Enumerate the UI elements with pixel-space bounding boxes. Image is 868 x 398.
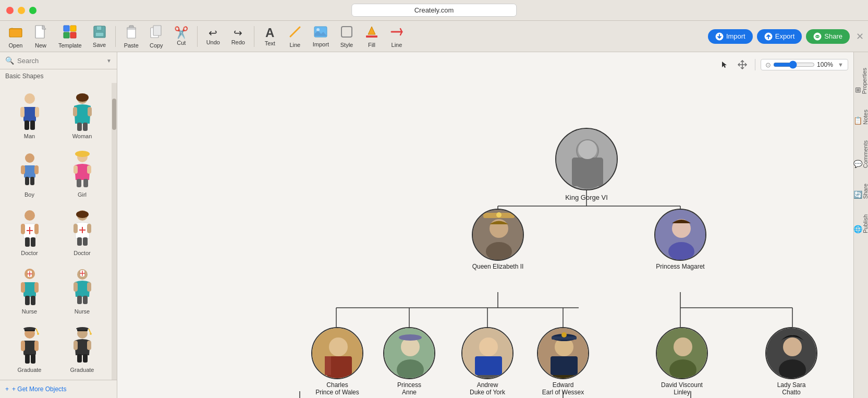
woman-figure	[65, 91, 100, 133]
person-queen-elizabeth[interactable]: Queen Elizabeth II	[472, 209, 524, 270]
export-button[interactable]: Export	[757, 29, 802, 44]
style-label: Style	[340, 42, 353, 48]
undo-label: Undo	[206, 39, 220, 45]
new-label: New	[35, 42, 46, 49]
svg-rect-153	[475, 356, 502, 375]
svg-rect-32	[73, 107, 77, 116]
template-button[interactable]: Template	[54, 22, 86, 51]
svg-point-151	[479, 337, 498, 356]
import-button[interactable]: Import	[708, 29, 753, 44]
right-tab-share[interactable]: 🔄 Share	[851, 176, 868, 206]
person-edward[interactable]: EdwardEarl of Wessex	[537, 327, 589, 396]
text-button[interactable]: A Text	[259, 25, 282, 49]
person-anne[interactable]: PrincessAnne	[383, 327, 435, 396]
person-charles[interactable]: CharlesPrince of Wales	[311, 327, 363, 396]
svg-rect-86	[25, 354, 30, 364]
fill-button[interactable]: Fill	[360, 23, 383, 50]
fill-icon	[365, 25, 378, 41]
export-label: Export	[775, 32, 795, 40]
url-bar[interactable]: Creately.com	[351, 4, 517, 17]
svg-rect-61	[83, 237, 88, 246]
toolbar-close-button[interactable]: ✕	[856, 31, 864, 42]
svg-point-140	[668, 242, 694, 261]
copy-button[interactable]: Copy	[145, 22, 168, 51]
shape-boy[interactable]: Boy	[4, 146, 55, 202]
right-tab-properties[interactable]: ⊞ Properties	[853, 61, 869, 101]
edward-name: EdwardEarl of Wessex	[542, 381, 584, 396]
shape-nurse-female[interactable]: Nurse	[57, 262, 107, 319]
svg-rect-70	[31, 296, 35, 305]
grad-female-figure	[65, 325, 100, 367]
search-input[interactable]	[17, 57, 103, 65]
nurse-male-figure	[12, 267, 47, 308]
redo-button[interactable]: ↪ Redo	[227, 26, 250, 47]
doctor-female-label: Doctor	[74, 250, 90, 256]
pan-tool[interactable]	[735, 57, 750, 72]
save-icon	[93, 25, 106, 41]
get-more-objects[interactable]: + + Get More Objects	[0, 380, 117, 398]
doctor-male-figure	[12, 208, 47, 250]
save-label: Save	[93, 42, 106, 48]
zoom-slider[interactable]	[773, 61, 815, 69]
window-controls[interactable]	[6, 7, 36, 14]
open-icon	[8, 25, 23, 41]
girl-figure	[65, 150, 100, 191]
svg-point-149	[399, 334, 422, 341]
close-button[interactable]	[6, 7, 14, 14]
svg-rect-30	[30, 120, 35, 130]
svg-rect-53	[25, 237, 30, 247]
save-button[interactable]: Save	[88, 23, 111, 50]
right-tab-comments[interactable]: 💬 Comments	[851, 133, 868, 175]
cut-button[interactable]: ✂️ Cut	[170, 25, 193, 48]
maximize-button[interactable]	[29, 7, 36, 14]
zoom-dropdown-icon[interactable]: ▼	[838, 62, 843, 68]
search-dropdown-icon[interactable]: ▼	[106, 58, 112, 64]
person-david[interactable]: David ViscountLinley	[656, 327, 708, 396]
share-button[interactable]: Share	[806, 29, 850, 44]
open-label: Open	[9, 42, 23, 49]
shape-doctor-female[interactable]: Doctor	[57, 204, 107, 260]
svg-rect-8	[95, 32, 104, 37]
search-icon: 🔍	[5, 56, 14, 65]
svg-rect-17	[341, 27, 352, 37]
canvas[interactable]: ⊙ 100% ▼	[117, 52, 853, 398]
right-tab-publish[interactable]: 🌐 Publish	[851, 207, 868, 240]
nurse-female-label: Nurse	[75, 308, 90, 315]
svg-point-137	[496, 212, 502, 218]
right-tab-notes[interactable]: 📋 Notes	[851, 102, 868, 132]
shape-woman[interactable]: Woman	[57, 87, 107, 143]
shapes-grid: Man Woman	[0, 83, 112, 380]
minimize-button[interactable]	[18, 7, 25, 14]
shape-girl[interactable]: Girl	[57, 146, 107, 202]
shape-grad-male[interactable]: Graduate	[4, 321, 55, 377]
svg-rect-29	[25, 120, 29, 130]
person-sara[interactable]: Lady SaraChatto	[765, 327, 817, 396]
shape-man[interactable]: Man	[4, 87, 55, 143]
style-button[interactable]: Style	[335, 23, 358, 50]
new-button[interactable]: New	[29, 22, 52, 51]
shape-nurse-male[interactable]: Nurse	[4, 262, 55, 319]
svg-rect-35	[83, 123, 88, 131]
import-image-button[interactable]: Import	[309, 23, 333, 50]
person-king-george[interactable]: King Gorge VI	[555, 128, 618, 201]
undo-button[interactable]: ↩ Undo	[202, 26, 225, 47]
line-style-button[interactable]: Line	[385, 23, 408, 50]
scroll-thumb[interactable]	[112, 99, 116, 130]
select-tool[interactable]	[717, 57, 732, 72]
svg-rect-5	[70, 32, 76, 38]
svg-rect-58	[74, 224, 78, 233]
person-princess-margaret[interactable]: Princess Magaret	[654, 209, 706, 270]
line-button[interactable]: Line	[284, 23, 307, 50]
cut-icon: ✂️	[174, 27, 188, 39]
svg-point-49	[25, 210, 35, 221]
shape-grad-female[interactable]: Graduate	[57, 321, 107, 377]
right-sidebar: ⊞ Properties 📋 Notes 💬 Comments 🔄 Share …	[853, 52, 868, 398]
sidebar-scrollbar[interactable]	[112, 83, 117, 380]
svg-rect-47	[83, 179, 88, 187]
svg-point-165	[783, 337, 802, 356]
open-button[interactable]: Open	[4, 22, 27, 51]
shape-doctor-male[interactable]: Doctor	[4, 204, 55, 260]
person-andrew[interactable]: AndrewDuke of York	[461, 327, 514, 396]
paste-button[interactable]: Paste	[120, 22, 143, 51]
export-icon	[764, 32, 773, 41]
